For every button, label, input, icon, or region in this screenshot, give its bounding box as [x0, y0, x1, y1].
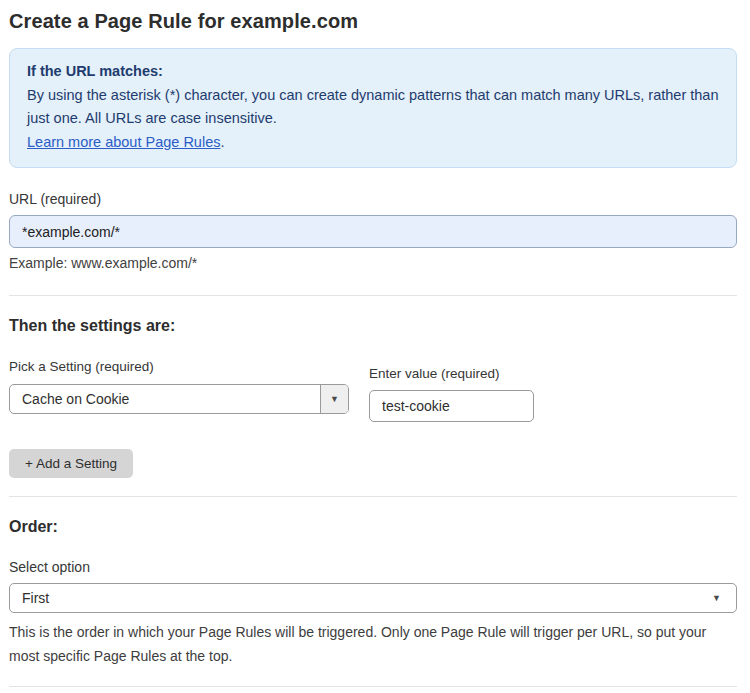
pick-setting-arrow-box[interactable]: ▼: [320, 385, 348, 413]
info-box-body: By using the asterisk (*) character, you…: [27, 84, 719, 131]
pick-setting-selected-value: Cache on Cookie: [10, 385, 320, 413]
setting-picker-column: Pick a Setting (required) Cache on Cooki…: [9, 359, 349, 414]
info-box-link-line: Learn more about Page Rules.: [27, 131, 719, 155]
url-field-label: URL (required): [9, 191, 737, 207]
section-divider: [9, 496, 737, 497]
setting-value-column: Enter value (required): [369, 366, 534, 422]
learn-more-link[interactable]: Learn more about Page Rules: [27, 134, 220, 150]
order-select[interactable]: First ▼: [9, 583, 737, 613]
link-suffix: .: [220, 134, 224, 150]
add-setting-button[interactable]: + Add a Setting: [9, 449, 133, 478]
section-divider: [9, 295, 737, 296]
setting-row: Pick a Setting (required) Cache on Cooki…: [9, 359, 737, 422]
order-select-label: Select option: [9, 559, 737, 575]
settings-section-heading: Then the settings are:: [9, 317, 737, 335]
order-selected-value: First: [22, 590, 49, 606]
url-match-info-box: If the URL matches: By using the asteris…: [9, 48, 737, 168]
footer-divider: [9, 686, 737, 687]
pick-setting-label: Pick a Setting (required): [9, 359, 349, 374]
page-title: Create a Page Rule for example.com: [9, 10, 737, 33]
chevron-down-icon: ▼: [712, 593, 721, 603]
pick-setting-select[interactable]: Cache on Cookie ▼: [9, 384, 349, 414]
enter-value-label: Enter value (required): [369, 366, 534, 381]
setting-value-input[interactable]: [369, 390, 534, 422]
url-input[interactable]: [9, 215, 737, 248]
order-helper-text: This is the order in which your Page Rul…: [9, 620, 709, 668]
chevron-down-icon: ▼: [330, 394, 339, 404]
url-example-helper: Example: www.example.com/*: [9, 255, 737, 271]
order-section-heading: Order:: [9, 518, 737, 536]
info-box-heading: If the URL matches:: [27, 60, 719, 84]
